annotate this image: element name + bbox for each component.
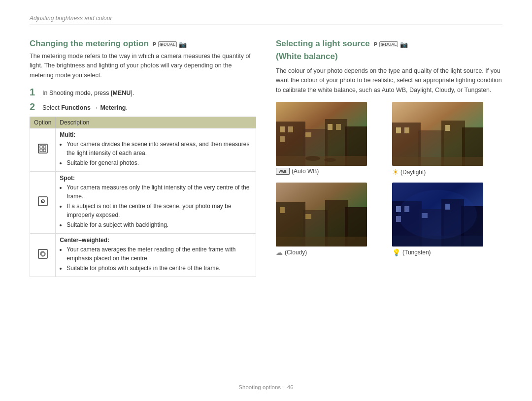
wb-image-cloudy — [276, 183, 367, 247]
multi-icon-cell — [30, 128, 56, 171]
multi-meter-icon — [37, 143, 48, 156]
svg-rect-31 — [404, 127, 409, 133]
wb-label-daylight-text: (Daylight) — [400, 169, 426, 176]
wb-label-cloudy: ☁ (Cloudy) — [276, 248, 386, 256]
page-footer: Shooting options 46 — [0, 384, 532, 390]
center-weighted-meter-icon — [37, 248, 48, 261]
step-1: 1 In Shooting mode, press [MENU]. — [30, 87, 256, 98]
footer-text: Shooting options — [238, 384, 281, 390]
dual-icon: ◉DUAL — [158, 41, 177, 47]
right-column: Selecting a light source P ◉DUAL 📷 (Whit… — [276, 39, 502, 277]
wb-item-tungsten: 💡 (Tungsten) — [392, 183, 502, 256]
wb-photo-daylight — [392, 102, 483, 166]
spot-icon-cell — [30, 171, 56, 233]
svg-rect-18 — [280, 136, 285, 142]
left-description: The metering mode refers to the way in w… — [30, 52, 256, 80]
p-icon-right: P — [374, 41, 377, 47]
breadcrumb-text: Adjusting brightness and colour — [30, 15, 112, 22]
svg-rect-21 — [336, 124, 341, 130]
center-weighted-icon-cell — [30, 233, 56, 277]
table-header-option: Option — [30, 117, 56, 128]
sun-icon: ☀ — [392, 168, 399, 177]
wb-image-auto — [276, 102, 367, 166]
spot-meter-icon — [37, 196, 48, 209]
svg-rect-41 — [276, 237, 367, 247]
multi-desc-cell: Multi: Your camera divides the scene int… — [56, 128, 256, 171]
multi-option-desc: Your camera divides the scene into sever… — [60, 140, 252, 167]
footer-page-num: 46 — [287, 384, 294, 390]
spot-option-desc: Your camera measures only the light inte… — [60, 183, 252, 229]
wb-label-auto: AWB (Auto WB) — [276, 168, 386, 175]
svg-rect-30 — [396, 127, 401, 133]
wb-label-cloudy-text: (Cloudy) — [285, 249, 307, 256]
center-weighted-option-name: Center–weighted: — [60, 237, 252, 244]
right-description: The colour of your photo depends on the … — [276, 66, 502, 95]
wb-image-tungsten — [392, 183, 483, 247]
wb-label-auto-text: (Auto WB) — [292, 168, 319, 175]
right-title-row: Selecting a light source P ◉DUAL 📷 — [276, 39, 502, 51]
step-2-num: 2 — [30, 102, 38, 112]
step-2-text: Select Functions → Metering. — [42, 102, 128, 113]
svg-rect-8 — [38, 249, 47, 258]
wb-label-tungsten-text: (Tungsten) — [402, 249, 431, 256]
left-section-title: Changing the metering option — [30, 39, 149, 49]
wb-photo-tungsten — [392, 183, 483, 247]
table-row-spot: Spot: Your camera measures only the ligh… — [30, 171, 256, 233]
svg-rect-24 — [276, 156, 367, 166]
spot-option-name: Spot: — [60, 175, 252, 182]
left-column: Changing the metering option P ◉DUAL 📷 T… — [30, 39, 256, 277]
svg-rect-20 — [328, 124, 332, 130]
wb-image-daylight — [392, 102, 483, 166]
p-icon: P — [153, 41, 156, 47]
svg-rect-17 — [288, 126, 293, 132]
svg-rect-39 — [280, 207, 285, 213]
wb-image-grid: AWB (Auto WB) — [276, 102, 502, 256]
wb-item-cloudy: ☁ (Cloudy) — [276, 183, 386, 256]
step-2: 2 Select Functions → Metering. — [30, 102, 256, 113]
svg-rect-4 — [43, 149, 46, 152]
svg-rect-33 — [392, 157, 483, 166]
main-columns: Changing the metering option P ◉DUAL 📷 T… — [30, 39, 502, 277]
svg-rect-16 — [280, 126, 285, 132]
center-weighted-option-desc: Your camera averages the meter reading o… — [60, 245, 252, 273]
camera-icon-left: 📷 — [179, 41, 187, 48]
svg-point-7 — [42, 201, 43, 202]
svg-rect-40 — [305, 214, 311, 219]
svg-rect-2 — [43, 146, 46, 148]
svg-rect-1 — [40, 146, 42, 148]
breadcrumb: Adjusting brightness and colour — [30, 15, 502, 25]
svg-rect-10 — [41, 252, 44, 255]
svg-rect-32 — [445, 125, 450, 131]
autowb-icon: AWB — [276, 168, 290, 175]
table-header-description: Description — [56, 117, 256, 128]
tungsten-icon: 💡 — [392, 248, 400, 256]
svg-rect-19 — [305, 132, 311, 137]
wb-photo-auto — [276, 102, 367, 166]
right-section-subtitle: (White balance) — [276, 52, 338, 62]
right-section-title: Selecting a light source — [276, 39, 370, 49]
wb-photo-cloudy — [276, 183, 367, 247]
svg-rect-3 — [40, 149, 42, 152]
table-row-multi: Multi: Your camera divides the scene int… — [30, 128, 256, 171]
right-title-icons: P ◉DUAL 📷 — [374, 41, 408, 48]
multi-option-name: Multi: — [60, 131, 252, 138]
wb-item-auto: AWB (Auto WB) — [276, 102, 386, 177]
table-row-center-weighted: Center–weighted: Your camera averages th… — [30, 233, 256, 277]
dual-icon-right: ◉DUAL — [379, 41, 398, 47]
right-subtitle-row: (White balance) — [276, 52, 502, 65]
step-1-text: In Shooting mode, press [MENU]. — [42, 87, 134, 98]
left-title-row: Changing the metering option P ◉DUAL 📷 — [30, 39, 256, 51]
center-weighted-desc-cell: Center–weighted: Your camera averages th… — [56, 233, 256, 277]
left-title-icons: P ◉DUAL 📷 — [153, 41, 187, 48]
step-1-num: 1 — [30, 87, 38, 97]
wb-label-daylight: ☀ (Daylight) — [392, 168, 502, 177]
wb-item-daylight: ☀ (Daylight) — [392, 102, 502, 177]
spot-desc-cell: Spot: Your camera measures only the ligh… — [56, 171, 256, 233]
cloud-icon: ☁ — [276, 248, 283, 256]
svg-point-53 — [398, 190, 477, 239]
camera-icon-right: 📷 — [400, 41, 408, 48]
metering-options-table: Option Description — [30, 117, 256, 277]
page-container: Adjusting brightness and colour Changing… — [0, 0, 532, 401]
wb-label-tungsten: 💡 (Tungsten) — [392, 248, 502, 256]
